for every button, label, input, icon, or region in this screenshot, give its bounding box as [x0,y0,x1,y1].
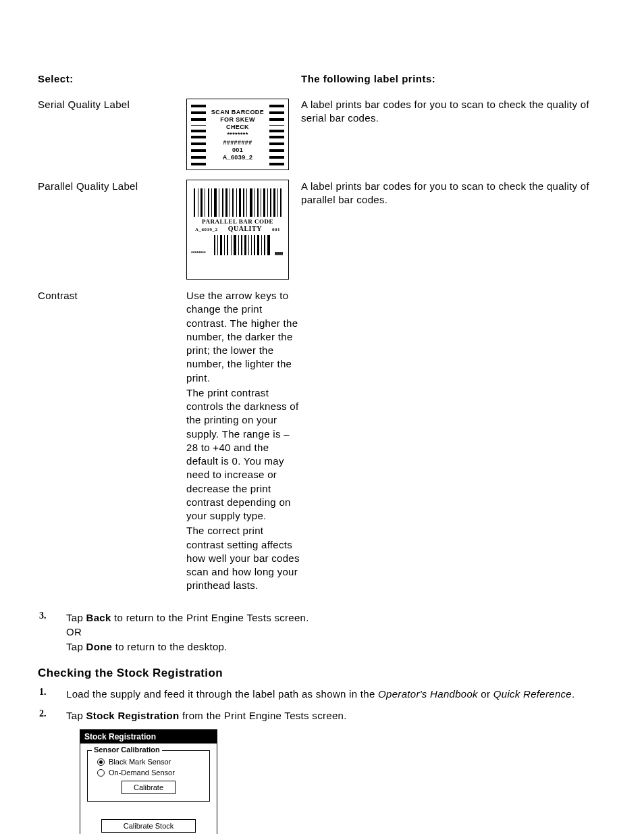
step-2: 2. Tap Stock Registration from the Print… [38,708,606,723]
barcode-bottom [210,235,274,255]
col-header-select: Select: [38,73,186,98]
row-description: A label prints bar codes for you to scan… [301,98,606,180]
row-description: A label prints bar codes for you to scan… [301,180,606,289]
stock-registration-screenshot: Stock Registration Sensor Calibration Bl… [80,729,217,834]
col-header-prints: The following label prints: [301,73,606,98]
radio-icon [97,769,105,777]
step-1: 1. Load the supply and feed it through t… [38,687,606,702]
contrast-description: Use the arrow keys to change the print c… [186,289,301,604]
radio-icon [97,758,105,766]
barcode-top [194,188,281,217]
table-row: Parallel Quality Label PARALLEL BAR CODE… [38,180,606,289]
sensor-calibration-fieldset: Sensor Calibration Black Mark Sensor On-… [87,750,210,802]
radio-on-demand[interactable]: On-Demand Sensor [97,768,204,777]
window-title: Stock Registration [80,730,217,744]
section-heading: Checking the Stock Registration [38,667,606,680]
barcode-stripes-left [191,105,206,165]
label-options-table: Select: The following label prints: Seri… [38,73,606,604]
barcode-stripes-right [269,105,284,165]
table-row: Contrast Use the arrow keys to change th… [38,289,606,604]
calibrate-stock-button[interactable]: Calibrate Stock [101,819,196,833]
table-row: Serial Quality Label SCAN BARCODE FOR SK… [38,98,606,180]
row-select-label: Parallel Quality Label [38,180,186,289]
calibrate-button[interactable]: Calibrate [122,781,176,794]
serial-label-preview: SCAN BARCODE FOR SKEW CHECK ******** ###… [186,99,289,170]
parallel-label-preview: PARALLEL BAR CODE A_6039_2 QUALITY 001 *… [186,180,289,280]
row-select-label: Serial Quality Label [38,98,186,180]
radio-black-mark[interactable]: Black Mark Sensor [97,758,204,766]
row-select-label: Contrast [38,289,186,604]
serial-label-text: SCAN BARCODE FOR SKEW CHECK ******** ###… [211,109,264,162]
step-3: 3. Tap Back to return to the Print Engin… [38,610,606,654]
